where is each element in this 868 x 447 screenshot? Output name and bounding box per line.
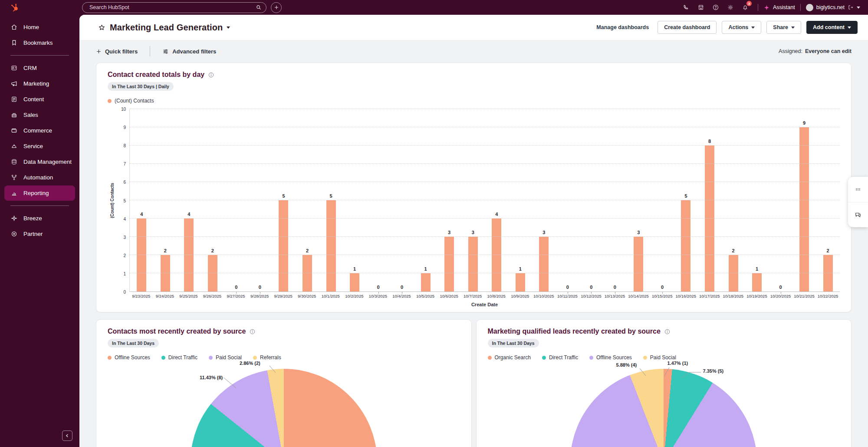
share-button[interactable]: Share [766, 21, 801, 34]
info-icon[interactable] [208, 72, 214, 78]
sidebar-collapse-button[interactable] [62, 430, 72, 441]
advanced-filters-button[interactable]: Advanced filters [162, 48, 216, 55]
crm-icon [10, 64, 18, 72]
legend-organic-search[interactable]: Organic Search [488, 354, 531, 361]
search-input[interactable] [89, 4, 252, 11]
assigned-value[interactable]: Everyone can edit [805, 48, 852, 54]
help-icon[interactable] [709, 2, 722, 13]
bar [302, 255, 312, 291]
notification-badge: 3 [746, 1, 752, 6]
pies-row: Contacts most recently created by source… [96, 319, 852, 447]
legend-direct-traffic[interactable]: Direct Traffic [161, 354, 197, 361]
sidebar-item-label: Bookmarks [23, 40, 53, 46]
comments-icon[interactable] [848, 202, 868, 227]
bar-value-label: 0 [769, 285, 792, 290]
sidebar-item-data-management[interactable]: Data Management [4, 154, 75, 169]
y-tick: 5 [123, 198, 126, 203]
bar-value-label: 4 [177, 212, 201, 217]
quick-filters-button[interactable]: Quick filters [96, 48, 138, 55]
bar-column: 2 [721, 109, 745, 291]
sidebar-item-home[interactable]: Home [4, 20, 75, 35]
legend-offline-sources[interactable]: Offline Sources [108, 354, 150, 361]
data-icon [10, 158, 18, 166]
sidebar-item-marketing[interactable]: Marketing [4, 76, 75, 91]
manage-dashboards-link[interactable]: Manage dashboards [596, 24, 649, 30]
assistant-button[interactable]: Assistant [763, 4, 795, 11]
report-title[interactable]: Marketing qualified leads recently creat… [488, 328, 661, 335]
sidebar-item-automation[interactable]: Automation [4, 170, 75, 185]
sidebar-nav: HomeBookmarksCRMMarketingContentSalesCom… [0, 15, 79, 242]
bar [444, 237, 454, 291]
create-dashboard-button[interactable]: Create dashboard [658, 21, 717, 34]
bar-value-label: 5 [272, 193, 296, 199]
x-tick-label: 9/27/2025 [224, 294, 248, 298]
bar [752, 273, 762, 291]
legend-swatch [161, 356, 165, 360]
create-new-button[interactable] [271, 2, 282, 13]
sidebar-item-sales[interactable]: Sales [4, 107, 75, 123]
partner-icon [10, 230, 18, 238]
x-tick [781, 292, 781, 294]
sidebar-item-reporting[interactable]: Reporting [4, 185, 75, 201]
pie-card-1: Contacts most recently created by source… [96, 319, 472, 447]
add-content-button[interactable]: Add content [806, 21, 858, 34]
x-tick-label: 10/18/2025 [721, 294, 745, 298]
bar-column: 1 [745, 109, 769, 291]
report-title[interactable]: Contact created totals by day [108, 71, 204, 79]
hubspot-logo-icon[interactable] [0, 0, 79, 15]
report-title[interactable]: Contacts most recently created by source [108, 328, 246, 335]
legend-paid-social[interactable]: Paid Social [643, 354, 676, 361]
bar-y-axis-title: (Count) Contacts [108, 109, 116, 292]
bar-value-label: 0 [651, 285, 674, 290]
sidebar: HomeBookmarksCRMMarketingContentSalesCom… [0, 0, 79, 447]
drag-handle-icon[interactable] [848, 177, 868, 202]
account-menu[interactable]: biglytics.net [806, 4, 860, 11]
bar [208, 255, 217, 291]
pie-chart [191, 369, 377, 447]
legend-offline-sources[interactable]: Offline Sources [589, 354, 632, 361]
notifications-bell-icon[interactable]: 3 [739, 2, 752, 13]
legend-swatch [209, 356, 213, 360]
sidebar-item-partner[interactable]: Partner [4, 226, 75, 242]
calling-icon[interactable] [680, 2, 693, 13]
sidebar-item-commerce[interactable]: Commerce [4, 123, 75, 138]
bar [350, 273, 359, 291]
legend-direct-traffic[interactable]: Direct Traffic [542, 354, 578, 361]
info-icon[interactable] [249, 328, 256, 335]
chevron-down-icon [848, 26, 851, 29]
gridline [130, 200, 840, 200]
dashboard-picker-caret-icon[interactable] [227, 26, 230, 29]
content: Marketing Lead Generation Manage dashboa… [79, 15, 868, 447]
legend-referrals[interactable]: Referrals [253, 354, 281, 361]
legend-label: Paid Social [216, 354, 242, 361]
global-search[interactable] [82, 2, 266, 13]
actions-button[interactable]: Actions [722, 21, 761, 34]
settings-gear-icon[interactable] [724, 2, 737, 13]
x-tick-label: 10/15/2025 [650, 294, 674, 298]
sidebar-item-service[interactable]: Service [4, 139, 75, 154]
sidebar-item-crm[interactable]: CRM [4, 60, 75, 76]
legend-count-contacts[interactable]: (Count) Contacts [108, 98, 154, 104]
pie-card-2: Marketing qualified leads recently creat… [476, 319, 852, 447]
commerce-icon [10, 127, 18, 134]
sidebar-item-content[interactable]: Content [4, 92, 75, 107]
bar-column: 2 [296, 109, 319, 291]
legend-swatch [643, 356, 647, 360]
pie-legend: Offline SourcesDirect TrafficPaid Social… [108, 354, 460, 361]
bar [729, 255, 738, 291]
x-tick-label: 9/26/2025 [201, 294, 224, 298]
marketing-icon [10, 80, 18, 87]
marketplace-icon[interactable] [694, 2, 707, 13]
legend-swatch [589, 356, 593, 360]
bar [705, 146, 714, 291]
legend-paid-social[interactable]: Paid Social [209, 354, 242, 361]
info-icon[interactable] [664, 328, 671, 335]
bar-xlabels: 9/23/20259/24/20259/25/20259/26/20259/27… [129, 294, 840, 298]
legend-label: Paid Social [650, 354, 676, 361]
x-tick [260, 292, 260, 294]
favorite-star-icon[interactable] [98, 23, 106, 32]
search-icon[interactable] [256, 4, 262, 10]
bar [799, 127, 809, 291]
sidebar-item-bookmarks[interactable]: Bookmarks [4, 35, 75, 50]
sidebar-item-breeze[interactable]: Breeze [4, 211, 75, 226]
